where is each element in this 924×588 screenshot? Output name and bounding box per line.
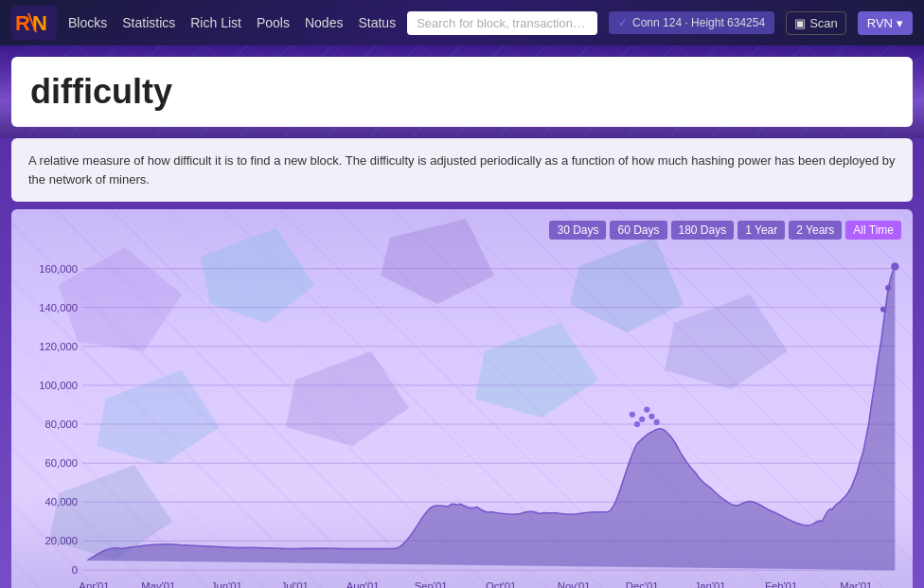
svg-point-34 — [644, 407, 649, 413]
scan-button[interactable]: ▣ Scan — [786, 11, 846, 35]
svg-text:Nov'01: Nov'01 — [558, 580, 591, 588]
svg-text:N: N — [32, 11, 47, 35]
svg-text:0: 0 — [72, 564, 78, 576]
nav-blocks[interactable]: Blocks — [68, 15, 107, 30]
svg-text:Jul'01: Jul'01 — [281, 580, 309, 588]
rvn-button[interactable]: RVN ▾ — [858, 11, 913, 35]
chevron-down-icon: ▾ — [897, 16, 903, 30]
svg-text:Mar'01: Mar'01 — [840, 580, 872, 588]
nav-pools[interactable]: Pools — [257, 15, 290, 30]
chart-wrapper: 160,000 140,000 120,000 100,000 80,000 6… — [23, 249, 901, 588]
svg-text:Jan'01: Jan'01 — [695, 580, 726, 588]
filter-30days[interactable]: 30 Days — [549, 221, 606, 240]
svg-text:Aug'01: Aug'01 — [346, 580, 380, 588]
svg-text:Dec'01: Dec'01 — [626, 580, 659, 588]
time-filters: 30 Days 60 Days 180 Days 1 Year 2 Years … — [23, 221, 901, 240]
nav-links: Blocks Statistics Rich List Pools Nodes … — [68, 15, 396, 30]
svg-point-32 — [639, 417, 645, 422]
page-background: difficulty — [0, 45, 924, 138]
svg-text:May'01: May'01 — [141, 580, 175, 588]
nav-status[interactable]: Status — [358, 15, 396, 30]
page-title: difficulty — [30, 72, 894, 112]
svg-text:100,000: 100,000 — [39, 380, 78, 391]
difficulty-chart: 160,000 140,000 120,000 100,000 80,000 6… — [23, 249, 901, 588]
qr-icon: ▣ — [794, 16, 806, 30]
svg-text:120,000: 120,000 — [39, 341, 78, 352]
svg-point-31 — [634, 421, 640, 427]
chart-section: 30 Days 60 Days 180 Days 1 Year 2 Years … — [11, 209, 913, 588]
filter-2years[interactable]: 2 Years — [789, 221, 842, 240]
svg-point-35 — [649, 414, 654, 419]
search-input[interactable]: Search for block, transaction or address — [407, 11, 597, 35]
svg-text:Feb'01: Feb'01 — [765, 580, 797, 588]
svg-point-36 — [653, 419, 659, 425]
nav-nodes[interactable]: Nodes — [305, 15, 343, 30]
filter-180days[interactable]: 180 Days — [671, 221, 735, 240]
svg-text:Oct'01: Oct'01 — [486, 580, 516, 588]
title-card: difficulty — [11, 57, 913, 127]
conn-badge: ✓ Conn 124 · Height 634254 — [609, 11, 774, 34]
svg-point-38 — [885, 285, 891, 291]
svg-text:20,000: 20,000 — [44, 535, 78, 546]
filter-alltime[interactable]: All Time — [845, 221, 901, 240]
svg-point-37 — [891, 262, 898, 270]
conn-label: Conn 124 · Height 634254 — [632, 16, 765, 29]
svg-point-33 — [630, 412, 635, 418]
svg-text:Sep'01: Sep'01 — [415, 580, 448, 588]
check-icon: ✓ — [618, 16, 628, 29]
svg-text:40,000: 40,000 — [44, 496, 78, 508]
svg-text:80,000: 80,000 — [44, 419, 78, 430]
svg-text:140,000: 140,000 — [39, 302, 78, 313]
svg-point-39 — [880, 307, 886, 312]
svg-text:Apr'01: Apr'01 — [79, 580, 109, 588]
svg-text:R: R — [15, 11, 30, 35]
description-card: A relative measure of how difficult it i… — [11, 138, 913, 202]
description-text: A relative measure of how difficult it i… — [28, 151, 896, 188]
navbar: R N Blocks Statistics Rich List Pools No… — [0, 0, 924, 45]
svg-text:160,000: 160,000 — [39, 263, 78, 275]
logo[interactable]: R N — [11, 6, 57, 40]
filter-1year[interactable]: 1 Year — [737, 221, 785, 240]
filter-60days[interactable]: 60 Days — [610, 221, 666, 240]
svg-text:60,000: 60,000 — [44, 457, 78, 469]
nav-richlist[interactable]: Rich List — [190, 15, 241, 30]
svg-text:Jun'01: Jun'01 — [211, 580, 242, 588]
nav-statistics[interactable]: Statistics — [122, 15, 175, 30]
